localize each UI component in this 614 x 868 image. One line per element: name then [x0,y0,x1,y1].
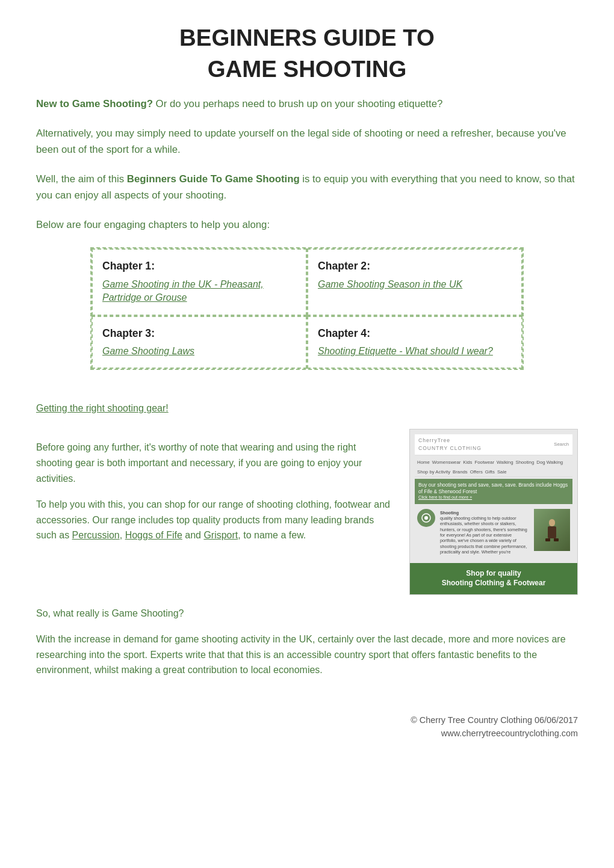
gear-para2: To help you with this, you can shop for … [36,497,392,543]
chapter1-cell: Chapter 1: Game Shooting in the UK - Phe… [91,248,307,315]
intro-para3-prefix: Well, the aim of this [36,173,127,185]
intro-para1-rest: Or do you perhaps need to brush up on yo… [153,98,442,109]
svg-rect-4 [545,538,550,541]
shop-shooting-area: Shooting quality shooting clothing to he… [415,506,572,559]
footer-website: www.cherrytreecountryclothing.com [36,727,578,740]
gear-para2-mid2: and [182,530,204,540]
footer-copyright: © Cherry Tree Country Clothing 06/06/201… [36,714,578,727]
chapters-grid: Chapter 1: Game Shooting in the UK - Phe… [90,247,524,370]
chapter4-cell: Chapter 4: Shooting Etiquette - What sho… [307,316,523,369]
shop-body-text: Shooting quality shooting clothing to he… [438,509,532,556]
page-title: BEGINNERS GUIDE TO GAME SHOOTING [36,24,578,83]
chapter2-label: Chapter 2: [318,258,512,274]
getting-gear-link[interactable]: Getting the right shooting gear! [36,401,169,416]
shop-icon-circle [417,509,435,527]
grisport-link[interactable]: Grisport [203,530,238,540]
chapter2-cell: Chapter 2: Game Shooting Season in the U… [307,248,523,315]
intro-para1: New to Game Shooting? Or do you perhaps … [36,96,578,112]
shop-banner-sub[interactable]: Click here to find out more » [418,495,569,500]
shop-product-image [534,509,570,551]
gear-para1: Before going any further, it's worthy of… [36,440,392,486]
shop-search-area: Search [554,441,569,448]
svg-rect-3 [548,526,556,538]
chapter2-link[interactable]: Game Shooting Season in the UK [318,278,512,291]
gear-text-section: Before going any further, it's worthy of… [36,429,392,543]
chapter4-label: Chapter 4: [318,325,512,341]
hoggs-link[interactable]: Hoggs of Fife [125,530,182,540]
chapter3-cell: Chapter 3: Game Shooting Laws [91,316,307,369]
chapter3-link[interactable]: Game Shooting Laws [102,345,296,358]
intro-para3: Well, the aim of this Beginners Guide To… [36,171,578,204]
shop-caption-line1: Shop for quality [415,569,572,579]
gear-para2-suffix: , to name a few. [238,530,306,540]
shop-image-box: CherryTree COUNTRY CLOTHING Search Home … [409,429,578,594]
shop-banner: Buy our shooting sets and save, save, sa… [415,479,572,503]
shop-caption: Shop for quality Shooting Clothing & Foo… [410,563,577,594]
svg-rect-2 [549,519,555,526]
svg-rect-5 [554,538,559,541]
footer: © Cherry Tree Country Clothing 06/06/201… [36,714,578,740]
intro-bold-start: New to Game Shooting? [36,98,153,109]
shop-caption-line2: Shooting Clothing & Footwear [415,579,572,588]
intro-para2: Alternatively, you may simply need to up… [36,126,578,158]
game-shooting-para: With the increase in demand for game sho… [36,632,578,678]
shop-image-inner: CherryTree COUNTRY CLOTHING Search Home … [410,429,577,563]
gear-para2-mid1: , [120,530,125,540]
intro-para3-bold: Beginners Guide To Game Shooting [127,173,300,185]
shop-shooting-label: Shooting [440,510,459,516]
chapter1-label: Chapter 1: [102,258,296,274]
shop-nav: Home Womenswear Kids Footwear Walking Sh… [415,458,572,477]
shop-logo: CherryTree COUNTRY CLOTHING [418,437,482,452]
gear-content-section: Before going any further, it's worthy of… [36,429,578,594]
shop-banner-text: Buy our shooting sets and save, save, sa… [418,482,569,495]
shop-logo-subtitle: COUNTRY CLOTHING [418,445,482,452]
shop-header: CherryTree COUNTRY CLOTHING Search [415,434,572,455]
chapter4-link[interactable]: Shooting Etiquette - What should I wear? [318,345,512,358]
game-shooting-question: So, what really is Game Shooting? [36,606,578,621]
shop-image-section: CherryTree COUNTRY CLOTHING Search Home … [409,429,578,594]
chapter1-link[interactable]: Game Shooting in the UK - Pheasant, Part… [102,278,296,305]
title-line1: BEGINNERS GUIDE TO [179,25,435,51]
title-line2: GAME SHOOTING [36,55,578,83]
shooting-icon [421,512,432,523]
shop-logo-name: CherryTree [418,437,482,445]
percussion-link[interactable]: Percussion [72,530,120,540]
chapter3-label: Chapter 3: [102,325,296,341]
intro-para4: Below are four engaging chapters to help… [36,217,578,233]
product-silhouette-icon [543,518,561,542]
svg-point-1 [424,516,428,520]
